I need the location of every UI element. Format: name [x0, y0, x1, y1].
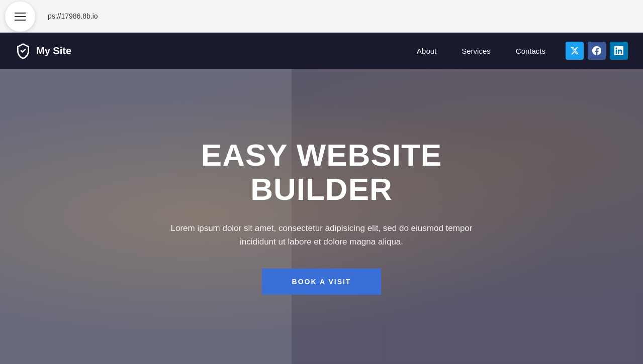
shield-icon: [15, 43, 31, 59]
social-icons: [566, 42, 628, 60]
hero-title: EASY WEBSITE BUILDER: [156, 138, 488, 206]
browser-bar: ps://17986.8b.io: [0, 0, 643, 33]
brand-link[interactable]: My Site: [15, 43, 71, 59]
menu-line-2: [15, 16, 26, 17]
book-visit-button[interactable]: BOOK A VISIT: [262, 269, 382, 295]
hero-description: Lorem ipsum dolor sit amet, consectetur …: [156, 221, 488, 249]
address-bar: ps://17986.8b.io: [48, 12, 98, 20]
hero-section: EASY WEBSITE BUILDER Lorem ipsum dolor s…: [0, 69, 643, 364]
nav-about[interactable]: About: [404, 33, 449, 69]
hero-title-line2: BUILDER: [250, 172, 393, 206]
nav-contacts[interactable]: Contacts: [503, 33, 558, 69]
nav-services[interactable]: Services: [449, 33, 503, 69]
facebook-icon[interactable]: [588, 42, 606, 60]
twitter-icon[interactable]: [566, 42, 584, 60]
menu-line-1: [15, 13, 26, 14]
hero-title-line1: EASY WEBSITE: [201, 138, 442, 172]
menu-line-3: [15, 20, 26, 21]
navbar: My Site About Services Contacts: [0, 33, 643, 69]
linkedin-icon[interactable]: [610, 42, 628, 60]
hero-content: EASY WEBSITE BUILDER Lorem ipsum dolor s…: [146, 138, 498, 295]
nav-links: About Services Contacts: [404, 33, 628, 69]
menu-button[interactable]: [5, 2, 35, 32]
brand-name: My Site: [36, 45, 71, 57]
